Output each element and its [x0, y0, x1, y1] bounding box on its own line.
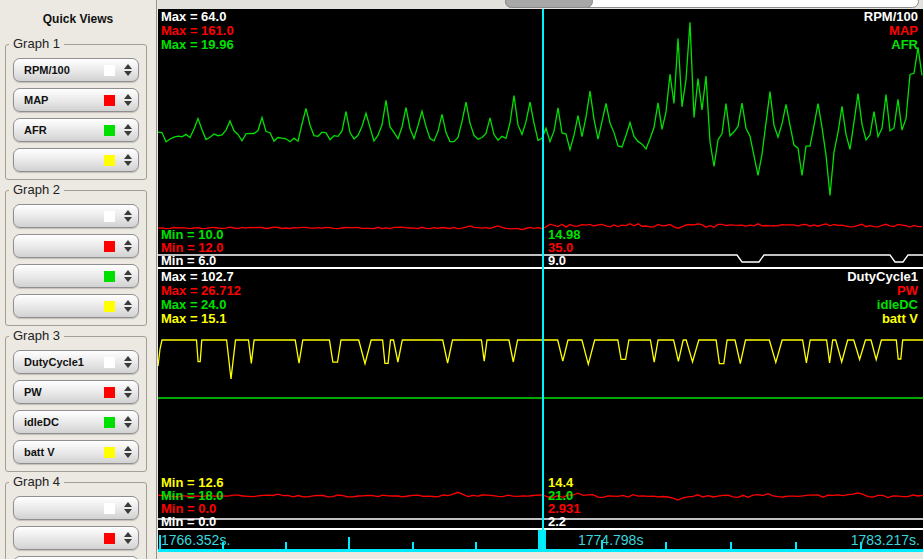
- up-down-arrows-icon[interactable]: [122, 446, 134, 458]
- down-arrow-icon[interactable]: [124, 217, 132, 222]
- up-down-arrows-icon[interactable]: [122, 416, 134, 428]
- channel-color-swatch: [104, 447, 115, 458]
- channel-color-swatch: [104, 417, 115, 428]
- channel-select[interactable]: [13, 148, 139, 172]
- channel-color-swatch: [104, 503, 115, 514]
- up-arrow-icon[interactable]: [124, 94, 132, 99]
- up-arrow-icon[interactable]: [124, 502, 132, 507]
- up-down-arrows-icon[interactable]: [122, 94, 134, 106]
- up-down-arrows-icon[interactable]: [122, 356, 134, 368]
- timeline-tick: [795, 542, 797, 549]
- quick-views-title: Quick Views: [0, 12, 156, 26]
- channel-select-value: AFR: [24, 124, 104, 136]
- up-arrow-icon[interactable]: [124, 300, 132, 305]
- channel-color-swatch: [104, 125, 115, 136]
- up-arrow-icon[interactable]: [124, 154, 132, 159]
- channel-select[interactable]: PW: [13, 380, 139, 404]
- group-label: Graph 3: [9, 328, 64, 343]
- channel-color-swatch: [104, 241, 115, 252]
- down-arrow-icon[interactable]: [124, 453, 132, 458]
- timeline-start-time: 1766.352s.: [161, 532, 230, 548]
- horizontal-scrollbar-thumb[interactable]: [505, 0, 593, 8]
- channel-color-swatch: [104, 211, 115, 222]
- legend-item: idleDC: [877, 298, 918, 311]
- up-arrow-icon[interactable]: [124, 64, 132, 69]
- channel-select[interactable]: DutyCycle1: [13, 350, 139, 374]
- up-arrow-icon[interactable]: [124, 210, 132, 215]
- down-arrow-icon[interactable]: [124, 277, 132, 282]
- down-arrow-icon[interactable]: [124, 363, 132, 368]
- channel-color-swatch: [104, 155, 115, 166]
- up-down-arrows-icon[interactable]: [122, 64, 134, 76]
- max-label: Max = 161.0: [161, 24, 234, 37]
- channel-select[interactable]: [13, 234, 139, 258]
- up-down-arrows-icon[interactable]: [122, 300, 134, 312]
- graph-panel-1[interactable]: Max = 64.0RPM/100Max = 161.0MAPMax = 19.…: [158, 9, 923, 269]
- up-arrow-icon[interactable]: [124, 532, 132, 537]
- legend-item: AFR: [891, 38, 918, 51]
- up-down-arrows-icon[interactable]: [122, 386, 134, 398]
- trace-map: [158, 224, 922, 230]
- channel-select[interactable]: [13, 496, 139, 520]
- legend-item: RPM/100: [864, 10, 918, 23]
- up-arrow-icon[interactable]: [124, 386, 132, 391]
- group-label: Graph 1: [9, 36, 64, 51]
- down-arrow-icon[interactable]: [124, 509, 132, 514]
- channel-select[interactable]: RPM/100: [13, 58, 139, 82]
- up-arrow-icon[interactable]: [124, 416, 132, 421]
- top-strip: [158, 0, 923, 9]
- channel-color-swatch: [104, 533, 115, 544]
- channel-select[interactable]: [13, 204, 139, 228]
- graph-group-1: Graph 1RPM/100MAPAFR: [5, 44, 147, 180]
- channel-select-value: batt V: [24, 446, 104, 458]
- down-arrow-icon[interactable]: [124, 71, 132, 76]
- down-arrow-icon[interactable]: [124, 539, 132, 544]
- up-down-arrows-icon[interactable]: [122, 210, 134, 222]
- up-arrow-icon[interactable]: [124, 356, 132, 361]
- up-down-arrows-icon[interactable]: [122, 532, 134, 544]
- timeline-tick: [475, 542, 477, 549]
- up-arrow-icon[interactable]: [124, 124, 132, 129]
- down-arrow-icon[interactable]: [124, 247, 132, 252]
- up-arrow-icon[interactable]: [124, 270, 132, 275]
- up-arrow-icon[interactable]: [124, 446, 132, 451]
- timeline-axis[interactable]: 1766.352s. 1774.798s 1783.217s.: [158, 530, 923, 552]
- timeline-cursor-time: 1774.798s: [578, 532, 643, 548]
- timeline-tick: [412, 542, 414, 549]
- up-down-arrows-icon[interactable]: [122, 270, 134, 282]
- graph-cursor-line[interactable]: [542, 9, 544, 552]
- channel-select[interactable]: [13, 264, 139, 288]
- up-down-arrows-icon[interactable]: [122, 124, 134, 136]
- down-arrow-icon[interactable]: [124, 307, 132, 312]
- down-arrow-icon[interactable]: [124, 393, 132, 398]
- channel-color-swatch: [104, 95, 115, 106]
- channel-select[interactable]: AFR: [13, 118, 139, 142]
- down-arrow-icon[interactable]: [124, 131, 132, 136]
- trace-batt-v: [158, 340, 923, 379]
- channel-select-value: idleDC: [24, 416, 104, 428]
- channel-color-swatch: [104, 301, 115, 312]
- min-label: Min = 6.0: [161, 254, 216, 267]
- up-down-arrows-icon[interactable]: [122, 502, 134, 514]
- channel-select[interactable]: [13, 526, 139, 550]
- trace-plot: [158, 9, 923, 267]
- up-arrow-icon[interactable]: [124, 240, 132, 245]
- channel-select[interactable]: batt V: [13, 440, 139, 464]
- channel-select[interactable]: MAP: [13, 88, 139, 112]
- up-down-arrows-icon[interactable]: [122, 154, 134, 166]
- channel-select[interactable]: idleDC: [13, 410, 139, 434]
- down-arrow-icon[interactable]: [124, 423, 132, 428]
- trace-plot: [158, 269, 923, 528]
- horizontal-scrollbar-track[interactable]: [505, 0, 919, 8]
- graph-area: Max = 64.0RPM/100Max = 161.0MAPMax = 19.…: [158, 0, 923, 559]
- up-down-arrows-icon[interactable]: [122, 240, 134, 252]
- legend-item: MAP: [889, 24, 918, 37]
- channel-color-swatch: [104, 357, 115, 368]
- trace-pw: [158, 492, 923, 500]
- timeline-tick: [348, 537, 350, 549]
- legend-item: PW: [897, 284, 918, 297]
- channel-select[interactable]: [13, 294, 139, 318]
- down-arrow-icon[interactable]: [124, 161, 132, 166]
- graph-panel-2[interactable]: Max = 102.7DutyCycle1Max = 26.712PWMax =…: [158, 269, 923, 530]
- down-arrow-icon[interactable]: [124, 101, 132, 106]
